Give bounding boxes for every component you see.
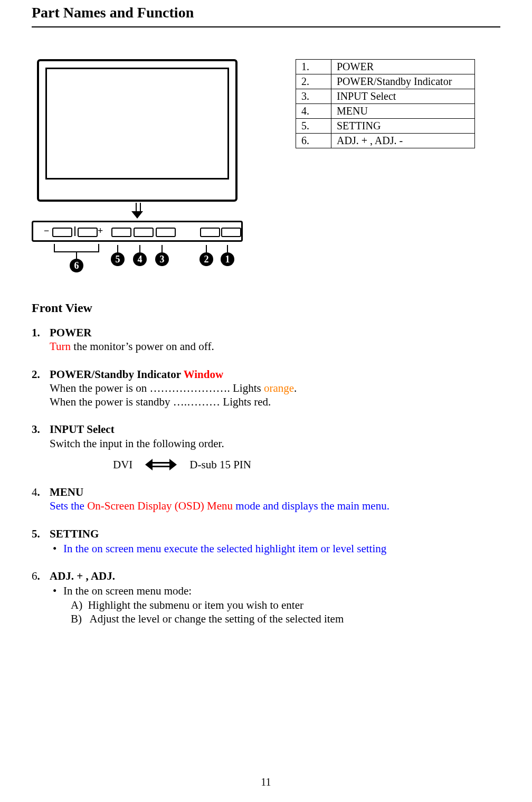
item-number: 2. bbox=[32, 367, 50, 409]
table-row: 6.ADJ. + , ADJ. - bbox=[296, 134, 475, 148]
item-sublist: A) Highlight the submenu or item you wis… bbox=[71, 598, 500, 626]
item-text: Switch the input in the following order. bbox=[50, 437, 500, 450]
item-title: POWER bbox=[50, 326, 500, 339]
front-item-4: 4. MENU Sets the On-Screen Display (OSD)… bbox=[32, 485, 500, 513]
front-item-1: 1. POWER Turn the monitor’s power on and… bbox=[32, 326, 500, 354]
item-title: SETTING bbox=[50, 527, 500, 541]
item-number: 3. bbox=[32, 422, 50, 471]
panel-indicator bbox=[200, 228, 220, 237]
front-item-6: 6. ADJ. + , ADJ. In the on screen menu m… bbox=[32, 569, 500, 626]
item-title: ADJ. + , ADJ. bbox=[50, 569, 500, 583]
parts-table: 1.POWER 2.POWER/Standby Indicator 3.INPU… bbox=[296, 59, 475, 148]
item-number: 5. bbox=[32, 527, 50, 556]
swap-arrow-icon bbox=[145, 460, 177, 469]
swap-left-label: DVI bbox=[113, 458, 132, 471]
item-text: Turn the monitor’s power on and off. bbox=[50, 339, 500, 353]
panel-adj-plus bbox=[78, 228, 98, 237]
item-text: When the power is standby ….……… Lights r… bbox=[50, 395, 500, 409]
item-text: In the on screen menu execute the select… bbox=[63, 542, 386, 555]
item-number: 6. bbox=[32, 569, 50, 626]
arrow-down-icon bbox=[130, 203, 144, 219]
callout-3: 3 bbox=[155, 245, 169, 266]
panel-menu bbox=[134, 228, 154, 237]
page-number: 11 bbox=[0, 776, 532, 788]
item-number: 4. bbox=[32, 485, 50, 513]
swap-right-label: D-sub 15 PIN bbox=[189, 458, 251, 471]
panel-minus-label: − bbox=[44, 225, 49, 237]
panel-callouts: 6 5 4 3 2 1 bbox=[32, 245, 243, 275]
panel-setting bbox=[111, 228, 131, 237]
table-row: 2.POWER/Standby Indicator bbox=[296, 74, 475, 89]
callout-5: 5 bbox=[111, 245, 125, 266]
input-swap-line: DVI D-sub 15 PIN bbox=[113, 458, 500, 471]
callout-4: 4 bbox=[133, 245, 147, 266]
front-view-list: 1. POWER Turn the monitor’s power on and… bbox=[32, 326, 500, 626]
panel-plus-label: + bbox=[98, 225, 103, 237]
item-text: In the on screen menu mode: bbox=[53, 584, 500, 598]
item-title: POWER/Standby Indicator Window bbox=[50, 367, 500, 381]
panel-adj-minus bbox=[52, 228, 72, 237]
panel-divider bbox=[74, 227, 75, 236]
monitor-outline bbox=[37, 59, 238, 202]
panel-power bbox=[221, 228, 241, 237]
table-row: 5.SETTING bbox=[296, 119, 475, 134]
table-row: 1.POWER bbox=[296, 60, 475, 74]
front-item-3: 3. INPUT Select Switch the input in the … bbox=[32, 422, 500, 471]
page-title: Part Names and Function bbox=[32, 0, 500, 21]
item-text: Sets the On-Screen Display (OSD) Menu mo… bbox=[50, 499, 500, 513]
item-title: INPUT Select bbox=[50, 422, 500, 436]
item-title: MENU bbox=[50, 485, 500, 499]
front-item-5: 5. SETTING In the on screen menu execute… bbox=[32, 527, 500, 556]
table-row: 3.INPUT Select bbox=[296, 89, 475, 104]
front-view-heading: Front View bbox=[32, 301, 500, 315]
control-panel: − + bbox=[32, 221, 243, 242]
front-item-2: 2. POWER/Standby Indicator Window When t… bbox=[32, 367, 500, 409]
item-number: 1. bbox=[32, 326, 50, 354]
callout-6: 6 bbox=[70, 251, 83, 272]
callout-2: 2 bbox=[200, 245, 213, 266]
title-rule bbox=[32, 26, 500, 27]
callout-1: 1 bbox=[221, 245, 234, 266]
table-row: 4.MENU bbox=[296, 104, 475, 119]
monitor-figure: − + 6 5 4 3 2 1 bbox=[32, 59, 243, 275]
panel-input bbox=[156, 228, 176, 237]
item-text: When the power is on …………………. Lights ora… bbox=[50, 381, 500, 395]
